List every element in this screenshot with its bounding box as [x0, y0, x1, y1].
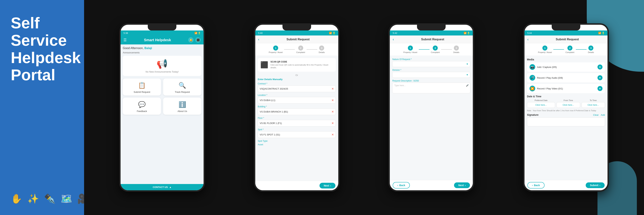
datetime-section: Date & Time Preferred Date Click here...…	[527, 95, 605, 112]
location-field[interactable]: VS DUBAI (L1) ✕	[258, 97, 336, 104]
dropdown-arrow-division: ▼	[466, 73, 468, 76]
back-arrow-4[interactable]: ‹	[527, 37, 528, 41]
media-photo-row: 📷 Add / Capture (0/5) +	[527, 62, 605, 72]
nav-row-2: Next ›	[255, 181, 338, 190]
qr-section: ⬛ SCAN QR CODE Click and Scan QR code to…	[258, 58, 336, 72]
nature-dropdown[interactable]: ▼	[392, 61, 470, 67]
chevron-up-icon: ▲	[169, 186, 172, 188]
feedback-btn[interactable]: 💬 Feedback	[123, 98, 161, 115]
division-dropdown[interactable]: ▼	[392, 72, 470, 78]
action-grid: 📋 Submit Request 🔍 Track Request 💬 Feedb…	[123, 79, 202, 115]
arrow-right-icon-4: ›	[600, 184, 600, 187]
back-button-4[interactable]: ‹ Back	[527, 182, 544, 188]
phone-3-content: ‹ Submit Request 1 Property / Asset 2 Co…	[390, 36, 473, 190]
form-body-3: Nature Of Request * ▼ Division * ▼ Reque…	[390, 56, 473, 180]
qr-icon: ⬛	[260, 61, 268, 69]
phone-notch-4	[552, 25, 580, 31]
clear-spot[interactable]: ✕	[332, 133, 334, 136]
submit-request-btn[interactable]: 📋 Submit Request	[123, 79, 161, 96]
nav-row-4: ‹ Back Submit ›	[524, 180, 608, 190]
back-button-3[interactable]: ‹ Back	[393, 182, 410, 188]
phone-2-content: ‹ Submit Request 1 Property / Asset 2 Co…	[255, 36, 338, 190]
arrow-left-icon: ‹	[397, 184, 398, 187]
page-title: Self Service Helpdesk Portal	[11, 14, 75, 84]
step4-1-circle: 1	[542, 46, 548, 51]
description-field[interactable]: Type here... 🎤	[392, 83, 470, 93]
add-photo-btn[interactable]: +	[598, 65, 602, 70]
submit-header-2: ‹ Submit Request	[255, 36, 338, 43]
media-video-row: ▶️ Record / Play Video (0/1) +	[527, 84, 605, 93]
about-us-btn[interactable]: ℹ️ About Us	[163, 98, 202, 115]
status-bar-2: 5:40 📶 🔋	[255, 31, 338, 36]
add-video-btn[interactable]: +	[598, 86, 602, 91]
contract-field[interactable]: VSQACONTRACT 2024/25 ✕	[258, 85, 336, 92]
sparkle-icon: ✨	[27, 193, 39, 204]
phone-notch-1	[148, 25, 176, 31]
announce-icon: 📢	[126, 59, 198, 69]
next-button-3[interactable]: Next ›	[454, 182, 470, 188]
back-arrow-2[interactable]: ‹	[258, 37, 260, 41]
nav-row-3: ‹ Back Next ›	[390, 180, 473, 190]
about-icon: ℹ️	[178, 101, 186, 108]
step3-1-circle: 1	[408, 46, 413, 51]
step3-3-circle: 3	[454, 46, 459, 51]
next-button-2[interactable]: Next ›	[320, 183, 336, 188]
signature-area[interactable]	[527, 117, 605, 126]
status-bar-4: 5:44 📶 🔋	[524, 31, 608, 36]
status-bar-1: 5:38 📶 🔋	[120, 31, 204, 36]
phone-4-content: ‹ Submit Request 1 Property / Asset 2 Co…	[524, 36, 608, 190]
announcements-box: 📢 No New Announcements Today!	[123, 56, 202, 76]
submit-header-4: ‹ Submit Request	[524, 36, 608, 43]
to-time-picker[interactable]: Click here...	[582, 102, 605, 108]
contact-bar[interactable]: CONTACT US ▲	[120, 184, 204, 190]
floor-field[interactable]: VS B1 FLOOR 1 (F1) ✕	[258, 120, 336, 126]
step-indicator-3: 1 Property / Asset 2 Complaint 3 Details	[390, 43, 473, 56]
add-signature-btn[interactable]: Add	[601, 114, 605, 116]
form-body-4: Media 📷 Add / Capture (0/5) + 🎤 Record /…	[524, 56, 608, 180]
arrow-right-icon: ›	[330, 184, 331, 187]
signature-row: Signature Clear Add	[527, 113, 605, 116]
from-time-picker[interactable]: Click here...	[556, 102, 580, 108]
preferred-date-picker[interactable]: Click here...	[527, 102, 555, 108]
step4-3-circle: 3	[588, 46, 593, 51]
pen-icon: ✒️	[44, 193, 56, 204]
submit-icon: 📋	[138, 82, 146, 89]
feature-icons: ✋ ✨ ✒️ 🗺️ 🎥 📷	[11, 193, 75, 204]
back-arrow-3[interactable]: ‹	[393, 37, 394, 41]
dropdown-arrow-nature: ▼	[466, 63, 468, 65]
phone-1-content: ☰ Smart Helpdesk 🔔 ⬛ Good Afternoon, Bal…	[120, 36, 204, 190]
phone-notch-3	[417, 25, 446, 31]
clear-building[interactable]: ✕	[332, 110, 334, 113]
status-bar-3: 5:42 📶 🔋	[390, 31, 473, 36]
media-audio-row: 🎤 Record / Play Audio (0/8) +	[527, 73, 605, 82]
feedback-icon: 💬	[138, 101, 146, 108]
step3-2-circle: 2	[433, 46, 438, 51]
clear-signature-btn[interactable]: Clear	[593, 114, 599, 116]
form-body-2: ⬛ SCAN QR CODE Click and Scan QR code to…	[255, 56, 338, 181]
submit-button-4[interactable]: Submit ›	[586, 182, 605, 188]
step-indicator-2: 1 Property / Asset 2 Complaint 3 Details	[255, 43, 338, 56]
building-field[interactable]: VS DUBAI BRANCH 1 (B1) ✕	[258, 108, 336, 115]
touch-icon: ✋	[11, 193, 22, 204]
arrow-left-icon-4: ‹	[532, 184, 533, 187]
add-audio-btn[interactable]: +	[598, 75, 602, 80]
right-area: 5:38 📶 🔋 ☰ Smart Helpdesk 🔔 ⬛ Good After…	[84, 0, 644, 215]
track-icon: 🔍	[178, 82, 186, 89]
video-icon-row: ▶️	[530, 86, 535, 91]
spot-field[interactable]: VS F1 SPOT 1 (S1) ✕	[258, 131, 336, 138]
step-3-circle: 3	[319, 46, 324, 51]
clear-contract[interactable]: ✕	[332, 87, 334, 90]
left-panel: Self Service Helpdesk Portal ✋ ✨ ✒️ 🗺️ 🎥…	[0, 0, 84, 215]
track-request-btn[interactable]: 🔍 Track Request	[163, 79, 202, 96]
notification-icon[interactable]: 🔔	[188, 37, 194, 43]
phone-1-body: Good Afternoon, Balaji Announcements 📢 N…	[120, 45, 204, 184]
menu-icon[interactable]: ☰	[124, 38, 127, 42]
phone-2-submit-step1: 5:40 📶 🔋 ‹ Submit Request 1 Property / A…	[254, 23, 340, 192]
helpdesk-header: ☰ Smart Helpdesk 🔔 ⬛	[120, 36, 204, 45]
step-2-circle: 2	[298, 46, 303, 51]
step-indicator-4: 1 Property / Asset 2 Complaint 3 Details	[524, 43, 608, 56]
clear-location[interactable]: ✕	[332, 99, 334, 102]
clear-floor[interactable]: ✕	[332, 121, 334, 125]
mic-icon[interactable]: 🎤	[466, 84, 469, 87]
logout-icon[interactable]: ⬛	[195, 37, 201, 43]
